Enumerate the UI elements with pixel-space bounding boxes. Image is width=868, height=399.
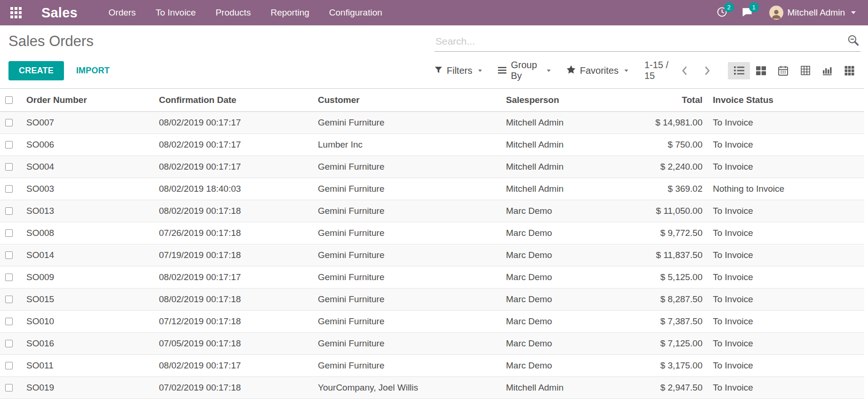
cell-confirmation-date: 08/02/2019 00:17:18 xyxy=(155,289,314,311)
kanban-view-button[interactable] xyxy=(750,62,772,79)
cell-order-number: SO004 xyxy=(23,156,155,178)
cell-invoice-status: To Invoice xyxy=(709,311,864,333)
search-bar xyxy=(434,33,860,52)
row-checkbox[interactable] xyxy=(5,384,13,391)
select-all-checkbox[interactable] xyxy=(5,96,13,104)
user-name: Mitchell Admin xyxy=(788,8,845,18)
row-checkbox[interactable] xyxy=(5,229,13,237)
table-row[interactable]: SO008 07/26/2019 00:17:18 Gemini Furnitu… xyxy=(0,222,864,244)
pivot-view-button[interactable] xyxy=(794,62,816,79)
cell-total: $ 14,981.00 xyxy=(643,112,709,134)
cell-salesperson: Marc Demo xyxy=(502,200,643,222)
cell-invoice-status: To Invoice xyxy=(709,112,864,134)
header-total[interactable]: Total xyxy=(643,89,709,112)
import-button[interactable]: IMPORT xyxy=(76,66,110,76)
row-checkbox[interactable] xyxy=(5,274,13,281)
cell-salesperson: Marc Demo xyxy=(502,266,643,289)
row-checkbox[interactable] xyxy=(5,163,13,171)
cell-salesperson: Mitchell Admin xyxy=(502,178,643,200)
activity-view-button[interactable] xyxy=(838,62,860,79)
cell-salesperson: Mitchell Admin xyxy=(502,134,643,156)
group-by-dropdown[interactable]: Group By xyxy=(498,60,551,81)
group-by-bars-icon xyxy=(498,65,506,76)
menu-to-invoice[interactable]: To Invoice xyxy=(156,8,196,18)
messages-button[interactable]: 1 xyxy=(742,7,752,19)
cell-customer: Gemini Furniture xyxy=(314,266,502,289)
cell-invoice-status: To Invoice xyxy=(709,134,864,156)
favorites-dropdown[interactable]: Favorites xyxy=(567,65,628,76)
table-header-row: Order Number Confirmation Date Customer … xyxy=(0,89,864,112)
cell-order-number: SO015 xyxy=(23,289,155,311)
table-row[interactable]: SO004 08/02/2019 00:17:17 Gemini Furnitu… xyxy=(0,156,864,178)
header-confirmation-date[interactable]: Confirmation Date xyxy=(155,89,314,112)
table-row[interactable]: SO003 08/02/2019 18:40:03 Gemini Furnitu… xyxy=(0,178,864,200)
list-view-button[interactable] xyxy=(728,62,750,79)
pager-previous-button[interactable] xyxy=(678,64,691,77)
activities-button[interactable]: 2 xyxy=(717,7,727,19)
pager: 1-15 / 15 xyxy=(644,60,714,81)
search-magnifier-icon[interactable] xyxy=(847,34,860,48)
row-checkbox[interactable] xyxy=(5,318,13,325)
create-button[interactable]: CREATE xyxy=(8,61,64,80)
menu-products[interactable]: Products xyxy=(215,8,251,18)
cell-invoice-status: To Invoice xyxy=(709,355,864,377)
cell-total: $ 2,240.00 xyxy=(643,156,709,178)
pivot-grid-icon xyxy=(801,66,810,75)
cell-customer: Gemini Furniture xyxy=(314,355,502,377)
table-row[interactable]: SO006 08/02/2019 00:17:17 Lumber Inc Mit… xyxy=(0,134,864,156)
row-checkbox[interactable] xyxy=(5,141,13,149)
pager-value[interactable]: 1-15 / 15 xyxy=(644,60,669,81)
cell-confirmation-date: 08/02/2019 00:17:17 xyxy=(155,156,314,178)
row-checkbox[interactable] xyxy=(5,251,13,259)
app-title[interactable]: Sales xyxy=(41,5,78,21)
table-row[interactable]: SO015 08/02/2019 00:17:18 Gemini Furnitu… xyxy=(0,289,864,311)
user-menu[interactable]: Mitchell Admin xyxy=(769,6,856,20)
table-row[interactable]: SO009 08/02/2019 00:17:17 Gemini Furnitu… xyxy=(0,266,864,289)
filter-funnel-icon xyxy=(434,65,442,76)
cell-invoice-status: Nothing to Invoice xyxy=(709,178,864,200)
graph-view-button[interactable] xyxy=(816,62,838,79)
filters-dropdown[interactable]: Filters xyxy=(434,65,482,76)
table-row[interactable]: SO007 08/02/2019 00:17:17 Gemini Furnitu… xyxy=(0,112,864,134)
pager-next-button[interactable] xyxy=(701,64,714,77)
row-checkbox[interactable] xyxy=(5,119,13,126)
cell-order-number: SO013 xyxy=(23,200,155,222)
calendar-view-button[interactable] xyxy=(772,62,794,79)
table-row[interactable]: SO010 07/12/2019 00:17:18 Gemini Furnitu… xyxy=(0,311,864,333)
cell-salesperson: Marc Demo xyxy=(502,333,643,355)
control-panel: Sales Orders CREATE IMPORT xyxy=(0,25,868,81)
cell-invoice-status: To Invoice xyxy=(709,244,864,266)
table-row[interactable]: SO011 08/02/2019 00:17:17 Gemini Furnitu… xyxy=(0,355,864,377)
bar-chart-icon xyxy=(822,66,832,76)
row-checkbox[interactable] xyxy=(5,296,13,303)
top-navbar: Sales Orders To Invoice Products Reporti… xyxy=(0,0,868,25)
row-checkbox[interactable] xyxy=(5,185,13,193)
row-checkbox[interactable] xyxy=(5,340,13,347)
header-customer[interactable]: Customer xyxy=(314,89,502,112)
row-checkbox[interactable] xyxy=(5,207,13,215)
menu-reporting[interactable]: Reporting xyxy=(270,8,309,18)
cell-confirmation-date: 07/19/2019 00:17:18 xyxy=(155,244,314,266)
menu-orders[interactable]: Orders xyxy=(109,8,136,18)
cell-order-number: SO007 xyxy=(23,112,155,134)
table-row[interactable]: SO013 08/02/2019 00:17:18 Gemini Furnitu… xyxy=(0,200,864,222)
cell-salesperson: Marc Demo xyxy=(502,355,643,377)
search-input[interactable] xyxy=(435,36,847,47)
header-order-number[interactable]: Order Number xyxy=(23,89,155,112)
cell-customer: Gemini Furniture xyxy=(314,244,502,266)
table-row[interactable]: SO019 07/02/2019 00:17:18 YourCompany, J… xyxy=(0,377,864,399)
header-salesperson[interactable]: Salesperson xyxy=(502,89,643,112)
cell-customer: Gemini Furniture xyxy=(314,156,502,178)
cell-total: $ 7,125.00 xyxy=(643,333,709,355)
menu-configuration[interactable]: Configuration xyxy=(329,8,382,18)
cell-confirmation-date: 08/02/2019 00:17:17 xyxy=(155,266,314,289)
cell-invoice-status: To Invoice xyxy=(709,222,864,244)
cell-customer: YourCompany, Joel Willis xyxy=(314,377,502,399)
header-invoice-status[interactable]: Invoice Status xyxy=(709,89,864,112)
row-checkbox[interactable] xyxy=(5,362,13,369)
chevron-down-icon xyxy=(624,70,628,72)
table-row[interactable]: SO014 07/19/2019 00:17:18 Gemini Furnitu… xyxy=(0,244,864,266)
app-menu-bar: Orders To Invoice Products Reporting Con… xyxy=(109,8,382,18)
table-row[interactable]: SO016 07/05/2019 00:17:18 Gemini Furnitu… xyxy=(0,333,864,355)
apps-menu-icon[interactable] xyxy=(10,7,22,18)
